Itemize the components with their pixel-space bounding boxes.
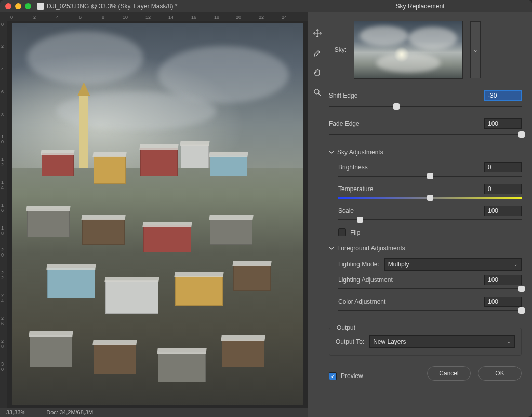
brightness-label: Brightness — [338, 164, 478, 171]
shift-edge-input[interactable] — [484, 90, 522, 101]
fade-edge-input[interactable] — [484, 118, 522, 129]
chevron-down-icon: ⌄ — [473, 46, 478, 53]
cancel-button[interactable]: Cancel — [427, 366, 471, 381]
preview-checkbox[interactable]: ✓ — [329, 372, 337, 380]
zoom-level[interactable]: 33,33% — [6, 409, 25, 415]
preview-label: Preview — [341, 372, 363, 380]
window-controls — [5, 3, 31, 9]
scale-label: Scale — [338, 207, 478, 214]
output-to-label: Output To: — [336, 338, 364, 345]
sky-preset-picker[interactable]: ⌄ — [470, 21, 481, 78]
file-icon — [37, 3, 44, 10]
output-group: Output Output To: New Layers⌄ — [329, 328, 522, 356]
ruler-vertical[interactable]: 0 2 4 6 8 10 12 14 16 18 20 22 24 26 28 … — [0, 21, 7, 408]
canvas-area[interactable] — [7, 21, 308, 408]
status-bar: 33,33% Doc: 34,2M/68,3M — [0, 408, 308, 417]
sky-replacement-panel: Sky Replacement Sky: ⌄ — [308, 0, 532, 417]
move-tool-icon[interactable] — [312, 28, 323, 38]
brightness-slider[interactable] — [338, 172, 522, 180]
foreground-adjustments-section[interactable]: Foreground Adjustments — [329, 245, 522, 252]
zoom-tool-icon[interactable] — [312, 87, 323, 98]
output-to-select[interactable]: New Layers⌄ — [369, 335, 515, 348]
lighting-mode-select[interactable]: Multiply⌄ — [384, 258, 522, 271]
shift-edge-label: Shift Edge — [329, 92, 478, 99]
chevron-down-icon — [329, 246, 334, 251]
document-window: DJI_0253.DNG @ 33,3% (Sky, Layer Mask/8)… — [0, 0, 308, 417]
shift-edge-slider[interactable] — [329, 103, 522, 110]
temperature-input[interactable] — [484, 184, 522, 194]
fade-edge-slider[interactable] — [329, 131, 522, 138]
flip-label: Flip — [350, 229, 360, 236]
sky-preset-thumb[interactable] — [354, 21, 463, 79]
flip-checkbox[interactable] — [338, 228, 346, 236]
scale-slider[interactable] — [338, 216, 522, 223]
lighting-adjustment-input[interactable] — [484, 275, 522, 285]
svg-point-0 — [314, 89, 319, 94]
chevron-down-icon: ⌄ — [514, 262, 518, 267]
sky-adjustments-section[interactable]: Sky Adjustments — [329, 149, 522, 156]
chevron-down-icon — [329, 150, 334, 155]
doc-size[interactable]: Doc: 34,2M/68,3M — [46, 409, 93, 415]
ruler-corner — [0, 12, 7, 21]
sky-label: Sky: — [329, 46, 347, 53]
maximize-icon[interactable] — [25, 3, 31, 9]
panel-title: Sky Replacement — [308, 0, 532, 12]
brightness-input[interactable] — [484, 162, 522, 172]
lighting-adjustment-slider[interactable] — [338, 285, 522, 292]
ruler-horizontal[interactable]: 0 2 4 6 8 10 12 14 16 18 20 22 24 — [7, 12, 308, 21]
ok-button[interactable]: OK — [478, 366, 522, 381]
titlebar: DJI_0253.DNG @ 33,3% (Sky, Layer Mask/8)… — [0, 0, 308, 12]
chevron-down-icon: ⌄ — [507, 339, 511, 344]
title-label: DJI_0253.DNG @ 33,3% (Sky, Layer Mask/8)… — [47, 3, 177, 10]
image-canvas[interactable] — [12, 23, 303, 405]
brush-tool-icon[interactable] — [312, 48, 323, 58]
minimize-icon[interactable] — [15, 3, 21, 9]
lighting-adjustment-label: Lighting Adjustment — [338, 276, 478, 284]
temperature-label: Temperature — [338, 185, 478, 193]
hand-tool-icon[interactable] — [312, 68, 323, 78]
lighting-mode-label: Lighting Mode: — [338, 261, 379, 268]
tool-column — [308, 12, 327, 417]
color-adjustment-slider[interactable] — [338, 307, 522, 314]
fade-edge-label: Fade Edge — [329, 120, 478, 127]
output-legend: Output — [335, 324, 357, 331]
color-adjustment-label: Color Adjustment — [338, 298, 478, 305]
close-icon[interactable] — [5, 3, 11, 9]
color-adjustment-input[interactable] — [484, 297, 522, 307]
scale-input[interactable] — [484, 206, 522, 216]
document-title: DJI_0253.DNG @ 33,3% (Sky, Layer Mask/8)… — [37, 3, 177, 10]
temperature-slider[interactable] — [338, 194, 522, 201]
